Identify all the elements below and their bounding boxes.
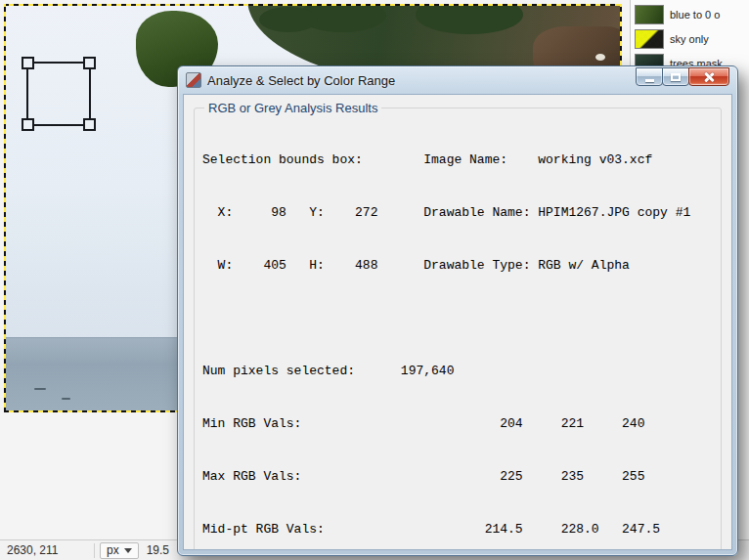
maximize-icon [671,73,681,81]
results-line: X: 98 Y: 272 Drawable Name: HPIM1267.JPG… [202,204,713,222]
minimize-icon [645,79,654,82]
results-line [202,310,713,327]
rock-highlight [595,54,605,61]
layer-boundary-left [4,4,6,412]
select-handle-icon[interactable] [83,57,96,69]
select-handle-icon[interactable] [22,57,34,69]
results-line: Selection bounds box: Image Name: workin… [202,151,713,169]
unit-dropdown[interactable]: px [100,542,139,559]
statusbar-divider [94,543,95,558]
dialog-icon [186,72,201,88]
pointer-position: 2630, 211 [7,543,89,557]
layer-boundary-top [4,4,622,6]
rect-select-overlay[interactable] [26,62,91,126]
layer-row-blue-to-0[interactable]: blue to 0 o [631,2,749,26]
zoom-value: 19.5 [147,543,169,557]
results-line: Max RGB Vals: 225 235 255 [202,468,713,486]
unit-value: px [107,543,119,557]
layer-thumbnail [635,29,664,49]
wave-mark [62,398,70,400]
layer-row-sky-only[interactable]: sky only [631,26,749,51]
layer-label: blue to 0 o [670,9,720,21]
close-icon [703,71,715,83]
chevron-down-icon [124,548,132,553]
layer-thumbnail [635,5,664,24]
treetop [259,7,318,32]
dialog-client: RGB or Grey Analysis Results Selection b… [183,94,732,550]
dialog-title: Analyze & Select by Color Range [207,73,395,88]
maximize-button[interactable] [662,67,689,86]
analyze-select-dialog: Analyze & Select by Color Range RGB or G… [177,65,738,556]
results-line: Min RGB Vals: 204 221 240 [202,415,713,433]
layer-label: sky only [670,33,709,45]
select-handle-icon[interactable] [83,118,96,131]
results-line: Mid-pt RGB Vals: 214.5 228.0 247.5 [202,521,713,538]
select-handle-icon[interactable] [22,118,34,131]
analysis-results-text: Selection bounds box: Image Name: workin… [202,116,713,550]
close-window-button[interactable] [688,67,729,86]
results-line: Num pixels selected: 197,640 [202,363,713,380]
wave-mark [34,388,46,390]
minimize-button[interactable] [636,67,663,86]
caption-buttons [637,67,729,86]
results-group: RGB or Grey Analysis Results Selection b… [194,101,722,550]
results-legend: RGB or Grey Analysis Results [204,101,381,115]
results-line: W: 405 H: 488 Drawable Type: RGB w/ Alph… [202,257,713,275]
app-screen: blue to 0 o sky only trees mask 2630, 21… [0,0,749,560]
